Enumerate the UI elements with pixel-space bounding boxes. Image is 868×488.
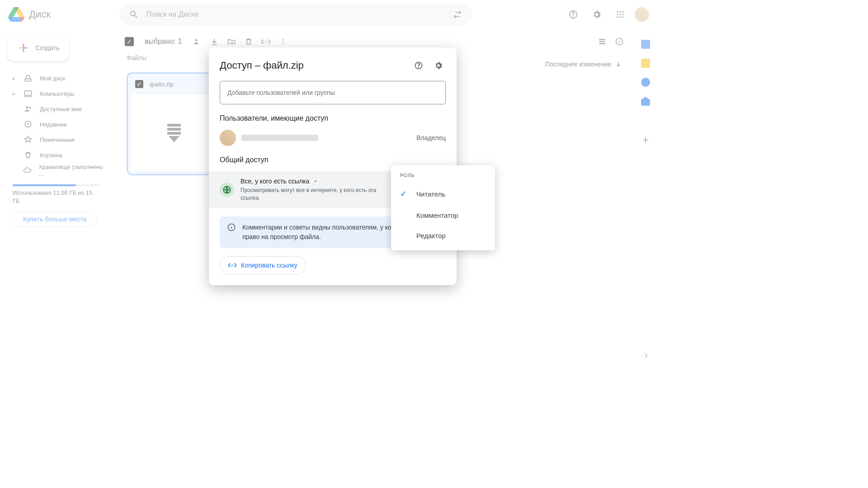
user-role: Владелец xyxy=(416,134,446,141)
user-avatar xyxy=(220,130,236,146)
role-option-commenter[interactable]: Комментатор xyxy=(391,205,495,225)
role-option-label: Комментатор xyxy=(416,211,458,219)
link-icon xyxy=(228,261,236,269)
users-heading: Пользователи, имеющие доступ xyxy=(220,114,446,122)
dropdown-label: РОЛЬ xyxy=(391,170,495,183)
general-access-heading: Общий доступ xyxy=(220,156,446,164)
user-info xyxy=(241,135,411,141)
copy-link-label: Копировать ссылку xyxy=(241,262,297,269)
link-scope-button[interactable]: Все, у кого есть ссылка xyxy=(241,178,392,185)
info-icon xyxy=(227,223,236,242)
role-option-label: Читатель xyxy=(416,190,445,198)
link-scope-description: Просматривать могут все в интернете, у к… xyxy=(241,187,392,202)
globe-icon xyxy=(220,183,234,197)
check-icon: ✓ xyxy=(400,189,409,199)
role-option-viewer[interactable]: ✓ Читатель xyxy=(391,183,495,205)
modal-footer: Копировать ссылку xyxy=(220,256,446,274)
role-option-editor[interactable]: Редактор xyxy=(391,225,495,246)
caret-down-icon xyxy=(313,178,318,184)
modal-settings-icon[interactable] xyxy=(431,58,446,73)
copy-link-button[interactable]: Копировать ссылку xyxy=(220,256,306,274)
add-people-input[interactable] xyxy=(220,81,446,104)
modal-help-icon[interactable] xyxy=(411,58,426,73)
role-dropdown-menu: РОЛЬ ✓ Читатель Комментатор Редактор xyxy=(391,165,495,250)
link-access-info: Все, у кого есть ссылка Просматривать мо… xyxy=(241,178,392,202)
svg-point-25 xyxy=(419,67,419,68)
user-row: Владелец xyxy=(220,130,446,146)
role-option-label: Редактор xyxy=(416,232,446,239)
modal-title: Доступ – файл.zip xyxy=(220,60,406,71)
user-name-redacted xyxy=(241,135,318,141)
modal-header: Доступ – файл.zip xyxy=(220,58,446,73)
link-scope-label: Все, у кого есть ссылка xyxy=(241,178,309,185)
